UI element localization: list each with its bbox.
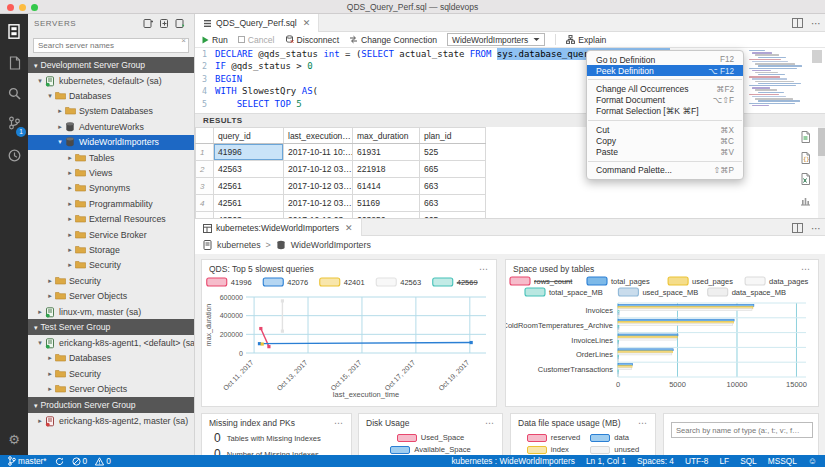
status-spaces-4[interactable]: Spaces: 4 — [637, 456, 674, 466]
change-connection-button[interactable]: Change Connection — [349, 35, 437, 45]
chevron-down-icon[interactable]: ▾ — [36, 339, 44, 347]
results-grid[interactable]: query_idlast_execution…max_durationplan_… — [195, 127, 486, 218]
status-sync[interactable] — [55, 457, 64, 466]
grid-cell[interactable]: 663 — [420, 195, 486, 212]
tree-item-synonyms[interactable]: ▸Synonyms — [28, 181, 194, 196]
grid-cell[interactable]: 2017-10-12 03… — [284, 161, 353, 178]
menu-item-change-all-occurrences[interactable]: Change All Occurrences⌘F2 — [587, 83, 743, 94]
chevron-right-icon[interactable]: ▸ — [66, 154, 74, 162]
tree-item-security[interactable]: ▸Security — [28, 258, 194, 273]
save-as-json-icon[interactable]: {} — [797, 150, 813, 166]
server-group-header[interactable]: ▾Production Server Group — [28, 397, 194, 413]
grid-cell[interactable]: 221918 — [353, 161, 420, 178]
tree-item-tables[interactable]: ▸Tables — [28, 150, 194, 165]
tree-item-server-objects[interactable]: ▸Server Objects — [28, 381, 194, 396]
chevron-right-icon[interactable]: ▸ — [66, 261, 74, 269]
editor-scrollbar[interactable] — [812, 50, 822, 63]
menu-item-format-document[interactable]: Format Document⌥⇧F — [587, 95, 743, 106]
status-kubernetes-wideworldimporters[interactable]: kubernetes : WideWorldImporters — [451, 456, 574, 466]
widget-actions-icon[interactable]: ⋯ — [479, 264, 489, 274]
tree-item-wideworldimporters[interactable]: ▾WideWorldImporters — [28, 135, 194, 150]
legend-item-42563[interactable]: 42563 — [376, 278, 421, 287]
chevron-right-icon[interactable]: ▸ — [56, 107, 64, 115]
legend-item-available-space[interactable]: Available_Space — [390, 445, 470, 454]
active-connections-icon[interactable] — [172, 16, 188, 30]
widget-actions-icon[interactable]: ⋯ — [801, 264, 811, 274]
activity-bar-item-servers[interactable] — [0, 18, 28, 44]
status-ln-1-col-1[interactable]: Ln 1, Col 1 — [586, 456, 626, 466]
object-search-input[interactable] — [671, 422, 813, 438]
minimap[interactable] — [749, 50, 801, 108]
chevron-right-icon[interactable]: ▸ — [66, 169, 74, 177]
tree-item-external-resources[interactable]: ▸External Resources — [28, 212, 194, 227]
legend-item-data_pages[interactable]: data_pages — [745, 277, 808, 286]
grid-cell[interactable]: 41996 — [214, 144, 284, 161]
breadcrumb-server[interactable]: kubernetes — [217, 240, 261, 250]
status-error[interactable]: 0 — [72, 456, 88, 466]
more-actions-icon[interactable]: ⋯ — [811, 18, 821, 29]
tree-item-databases[interactable]: ▾Databases — [28, 88, 194, 103]
settings-gear-icon[interactable]: ⚙ — [0, 426, 28, 452]
legend-item-reserved[interactable]: reserved — [527, 433, 581, 442]
chevron-down-icon[interactable]: ▾ — [36, 77, 44, 85]
activity-bar-item-search[interactable] — [0, 80, 28, 106]
tab-qds-query-perf[interactable]: QDS_Query_Perf.sql ✕ — [195, 14, 319, 32]
save-as-excel-icon[interactable] — [797, 171, 813, 187]
legend-item-used_pages[interactable]: used_pages — [668, 277, 733, 286]
activity-bar-item-explorer[interactable] — [0, 50, 28, 76]
tree-item-kubernetes-default-sa[interactable]: ▾kubernetes, <default> (sa) — [28, 73, 194, 88]
chevron-right-icon[interactable]: ▸ — [46, 370, 54, 378]
feedback-smiley-icon[interactable]: ☺ — [808, 456, 817, 466]
legend-item-42401[interactable]: 42401 — [320, 278, 365, 287]
tree-item-linux-vm-master-sa[interactable]: ▸linux-vm, master (sa) — [28, 304, 194, 319]
explain-button[interactable]: Explain — [566, 35, 606, 45]
legend-item-41996[interactable]: 41996 — [207, 278, 252, 287]
tab-close-icon[interactable]: ✕ — [345, 223, 353, 233]
status-warning[interactable]: 0 — [95, 456, 111, 466]
tab-dashboard[interactable]: kubernetes:WideWorldImporters ✕ — [195, 219, 362, 237]
tab-close-icon[interactable]: ✕ — [303, 18, 311, 28]
more-actions-icon[interactable]: ⋯ — [811, 223, 821, 234]
legend-item-used-space[interactable]: Used_Space — [397, 433, 464, 442]
run-button[interactable]: Run — [201, 35, 228, 45]
tree-item-erickang-k8s-agent2-master-sa[interactable]: ▸erickang-k8s-agent2, master (sa) — [28, 413, 194, 428]
grid-cell[interactable]: 2017-10-12 03… — [284, 178, 353, 195]
chevron-right-icon[interactable]: ▸ — [66, 184, 74, 192]
grid-cell[interactable]: 663 — [420, 178, 486, 195]
save-as-csv-icon[interactable] — [797, 129, 813, 145]
tree-item-security[interactable]: ▸Security — [28, 366, 194, 381]
menu-item-cut[interactable]: Cut⌘X — [587, 124, 743, 135]
breadcrumb-database[interactable]: WideWorldImporters — [291, 240, 371, 250]
clear-search-icon[interactable]: × — [181, 36, 186, 45]
tree-item-adventureworks[interactable]: ▸AdventureWorks — [28, 119, 194, 134]
grid-cell[interactable]: 665 — [420, 161, 486, 178]
tree-item-programmability[interactable]: ▸Programmability — [28, 196, 194, 211]
legend-item-data[interactable]: data — [590, 433, 639, 442]
menu-item-go-to-definition[interactable]: Go to DefinitionF12 — [587, 54, 743, 65]
grid-cell[interactable]: 42561 — [214, 178, 284, 195]
disconnect-button[interactable]: Disconnect — [285, 35, 340, 45]
chevron-right-icon[interactable]: ▸ — [46, 385, 54, 393]
chevron-down-icon[interactable]: ▾ — [46, 92, 54, 100]
database-dropdown[interactable]: WideWorldImporters — [447, 33, 545, 46]
chevron-right-icon[interactable]: ▸ — [66, 200, 74, 208]
legend-item-total_pages[interactable]: total_pages — [587, 277, 650, 286]
activity-bar-item-task-history[interactable] — [0, 142, 28, 168]
chevron-right-icon[interactable]: ▸ — [46, 277, 54, 285]
menu-item-command-palette[interactable]: Command Palette...⇧⌘P — [587, 165, 743, 176]
chevron-right-icon[interactable]: ▸ — [66, 246, 74, 254]
tree-item-security[interactable]: ▸Security — [28, 273, 194, 288]
chevron-down-icon[interactable]: ▾ — [56, 138, 64, 146]
menu-item-copy[interactable]: Copy⌘C — [587, 135, 743, 146]
legend-item-rows_count[interactable]: rows_count — [510, 277, 573, 286]
tree-item-databases[interactable]: ▸Databases — [28, 351, 194, 366]
legend-item-total_space_MB[interactable]: total_space_MB — [525, 288, 603, 297]
chevron-right-icon[interactable]: ▸ — [46, 292, 54, 300]
menu-item-format-selection-k-f[interactable]: Format Selection [⌘K ⌘F] — [587, 106, 743, 117]
grid-cell[interactable]: 525 — [420, 144, 486, 161]
column-header[interactable]: plan_id — [420, 128, 486, 144]
grid-cell[interactable]: 2017-10-12 03… — [284, 195, 353, 212]
widget-actions-icon[interactable]: ⋯ — [638, 418, 648, 428]
status-branch[interactable]: master* — [8, 456, 47, 466]
legend-item-data_space_MB[interactable]: data_space_MB — [708, 288, 786, 297]
